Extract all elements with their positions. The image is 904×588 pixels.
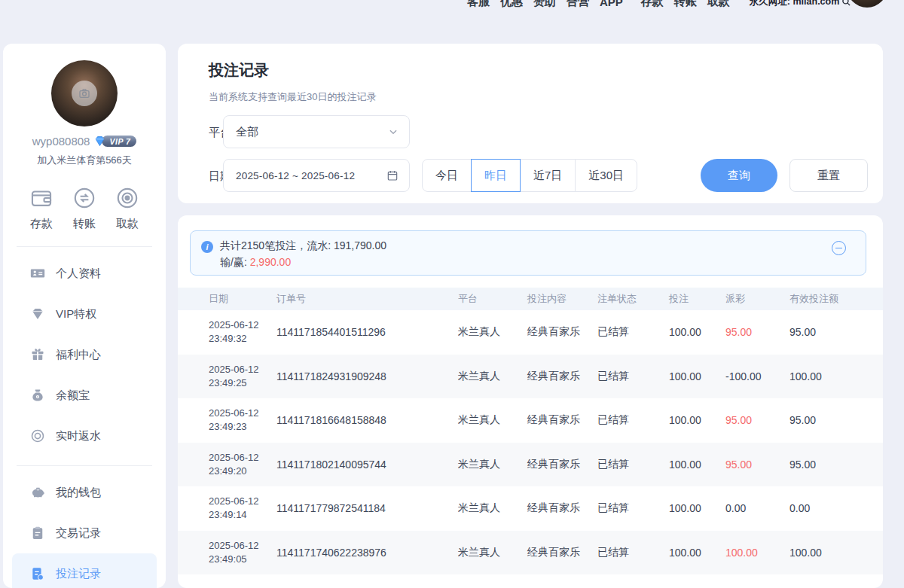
date-range-button[interactable]: 近7日 — [520, 159, 576, 192]
cell-date-time: 23:49:20 — [209, 465, 276, 478]
summary-total-text: 共计2150笔投注，流水: — [220, 239, 334, 251]
table-row[interactable]: 2025-06-1223:49:201141171802140095744米兰真… — [178, 443, 883, 487]
quick-action-label: 转账 — [73, 217, 96, 231]
sidebar-item-transactions[interactable]: 交易记录 — [12, 513, 157, 553]
gift-icon — [30, 347, 45, 362]
cell-status: 已结算 — [597, 413, 669, 427]
table-row[interactable]: 2025-06-1223:49:141141171779872541184米兰真… — [178, 486, 883, 531]
reset-button[interactable]: 重置 — [789, 159, 868, 192]
cell-date-day: 2025-06-12 — [209, 539, 276, 553]
sidebar-item-label: 我的钱包 — [56, 486, 101, 500]
date-range-button[interactable]: 昨日 — [471, 159, 521, 192]
nav-item[interactable]: 合营 — [567, 0, 589, 9]
cell-date-day: 2025-06-12 — [209, 318, 276, 332]
sidebar-item-vip[interactable]: VIP特权 — [12, 294, 157, 334]
summary-winloss-value: 2,990.00 — [250, 256, 292, 268]
cell-valid-amount: 100.00 — [789, 547, 883, 559]
sidebar-item-label: 投注记录 — [56, 567, 101, 581]
nav-item[interactable]: 取款 — [707, 0, 730, 9]
cell-payout: 95.00 — [725, 326, 789, 338]
clipboard-icon — [30, 526, 45, 541]
table-header-cell: 注单状态 — [597, 292, 669, 306]
cell-platform: 米兰真人 — [458, 325, 527, 339]
summary-banner: i 共计2150笔投注，流水: 191,790.00 输/赢: 2,990.00 — [190, 230, 866, 276]
cell-bet-content: 经典百家乐 — [527, 325, 597, 339]
wallet-icon — [29, 185, 54, 211]
nav-item[interactable]: 优惠 — [500, 0, 523, 9]
date-range-value: 2025-06-12 ~ 2025-06-12 — [236, 170, 355, 181]
vip-diamond-icon — [93, 136, 106, 147]
date-range-button[interactable]: 近30日 — [575, 159, 637, 192]
cell-date: 2025-06-1223:49:14 — [209, 495, 276, 522]
sidebar-item-label: 交易记录 — [56, 526, 101, 541]
sidebar-item-label: 福利中心 — [56, 348, 101, 362]
sidebar-item-welfare[interactable]: 福利中心 — [12, 334, 157, 375]
cell-date-day: 2025-06-12 — [209, 363, 276, 376]
username: wyp080808 — [32, 135, 90, 148]
date-range-button[interactable]: 今日 — [422, 159, 472, 192]
page-title: 投注记录 — [209, 60, 269, 81]
cell-order-number: 1141171854401511296 — [276, 326, 458, 338]
sidebar-item-wallet[interactable]: 我的钱包 — [12, 472, 157, 513]
table-row[interactable]: 2025-06-1223:49:231141171816648158848米兰真… — [178, 398, 883, 443]
nav-item[interactable]: 存款 — [641, 0, 664, 9]
sidebar-item-rebate[interactable]: 实时返水 — [12, 416, 157, 456]
cell-order-number: 1141171802140095744 — [276, 459, 458, 471]
platform-selected-value: 全部 — [236, 125, 258, 139]
table-row[interactable]: 2025-06-1223:49:051141171740622238976米兰真… — [178, 531, 883, 575]
cell-valid-amount: 100.00 — [789, 370, 883, 382]
cell-valid-amount: 95.00 — [789, 326, 883, 338]
results-panel: i 共计2150笔投注，流水: 191,790.00 输/赢: 2,990.00… — [178, 215, 883, 588]
sidebar-item-profile[interactable]: 个人资料 — [12, 253, 157, 294]
cell-status: 已结算 — [597, 458, 669, 471]
cell-platform: 米兰真人 — [458, 370, 527, 383]
summary-line-2: 输/赢: 2,990.00 — [220, 256, 291, 270]
cell-date-time: 23:49:25 — [209, 376, 276, 390]
table-row[interactable]: 2025-06-1223:49:321141171854401511296米兰真… — [178, 310, 883, 355]
cell-date: 2025-06-1223:49:23 — [209, 407, 276, 434]
gem-icon — [30, 306, 45, 321]
table-header-cell: 日期 — [209, 292, 276, 306]
cell-platform: 米兰真人 — [458, 501, 527, 515]
magnifier-icon[interactable] — [841, 0, 851, 7]
sidebar-item-yuebao[interactable]: 余额宝 — [12, 375, 157, 416]
bet-record-icon — [30, 566, 45, 581]
nav-item[interactable]: APP — [600, 0, 623, 8]
permanent-url-label: 永久网址: milan.com — [750, 0, 839, 8]
quick-action-transfer[interactable]: 转账 — [72, 185, 97, 231]
platform-select[interactable]: 全部 — [223, 115, 410, 148]
chevron-down-icon — [388, 126, 399, 137]
vip-badge: VIP 7 — [93, 136, 136, 147]
nav-item[interactable]: 客服 — [467, 0, 490, 9]
user-avatar[interactable] — [51, 60, 118, 126]
cell-status: 已结算 — [597, 325, 669, 339]
sidebar-item-label: VIP特权 — [56, 307, 96, 321]
cell-status: 已结算 — [597, 501, 669, 515]
cell-date-day: 2025-06-12 — [209, 407, 276, 420]
search-button[interactable]: 查询 — [701, 159, 777, 192]
permanent-url[interactable]: 永久网址: milan.com — [750, 0, 851, 8]
cell-bet-content: 经典百家乐 — [527, 501, 597, 515]
cell-date-time: 23:49:14 — [209, 508, 276, 522]
cell-bet-content: 经典百家乐 — [527, 546, 597, 559]
summary-line-1: 共计2150笔投注，流水: 191,790.00 — [220, 239, 386, 253]
sidebar-item-label: 余额宝 — [56, 388, 90, 403]
table-header-cell: 订单号 — [276, 292, 458, 306]
page-subtitle: 当前系统支持查询最近30日的投注记录 — [209, 90, 376, 104]
quick-action-deposit[interactable]: 存款 — [29, 185, 54, 231]
sidebar-item-bet-records[interactable]: 投注记录 — [12, 553, 157, 588]
table-row[interactable]: 2025-06-1223:49:251141171824931909248米兰真… — [178, 355, 883, 399]
cell-payout: 95.00 — [725, 414, 789, 426]
cell-date: 2025-06-1223:49:20 — [209, 451, 276, 478]
cell-bet-amount: 100.00 — [669, 547, 725, 559]
date-range-input[interactable]: 2025-06-12 ~ 2025-06-12 — [223, 159, 410, 192]
nav-item[interactable]: 转账 — [674, 0, 697, 9]
cell-valid-amount: 0.00 — [789, 502, 883, 514]
collapse-minus-icon[interactable] — [832, 241, 846, 255]
calendar-icon — [386, 169, 399, 181]
cell-payout: 0.00 — [725, 502, 789, 514]
quick-action-withdraw[interactable]: 取款 — [115, 185, 140, 231]
user-avatar-small[interactable] — [847, 0, 887, 8]
nav-item[interactable]: 赞助 — [533, 0, 556, 9]
cell-platform: 米兰真人 — [458, 413, 527, 427]
